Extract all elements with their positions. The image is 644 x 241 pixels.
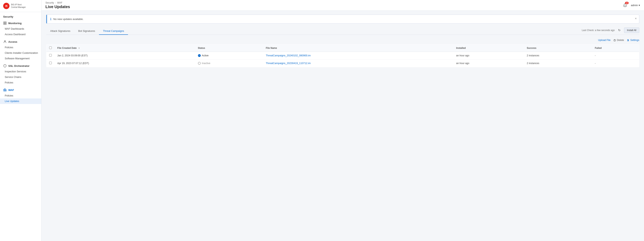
info-icon: ℹ (50, 17, 51, 21)
cell-success: 2 instances (524, 60, 592, 67)
access-label: Access (8, 40, 18, 43)
sidebar-section-security: Security (0, 12, 41, 19)
settings-button[interactable]: Settings (627, 38, 639, 42)
refresh-button[interactable]: ↻ (618, 28, 621, 33)
col-header-file-created-date[interactable]: File Created Date ▼ (54, 45, 195, 52)
svg-point-11 (628, 39, 628, 40)
notification-badge: 18 (625, 2, 628, 4)
install-all-button[interactable]: Install All (624, 28, 639, 33)
topbar-title-area: Security › WAF Live Updates (46, 2, 70, 9)
cell-file-name[interactable]: ThreatCampaigns_20240102_080900.im (263, 52, 453, 60)
svg-rect-3 (5, 23, 6, 25)
sidebar-group-ssl: SSL Orchestrator Inspection Services Ser… (0, 62, 41, 85)
trash-icon (614, 39, 616, 42)
svg-point-12 (628, 40, 628, 40)
logo-initials: f5 (5, 5, 8, 8)
toolbar: Upload File Delete Settings (46, 38, 639, 42)
sidebar-item-waf-dashboards[interactable]: WAF Dashboards (0, 26, 41, 32)
file-link[interactable]: ThreatCampaigns_20230419_110712.im (266, 62, 310, 65)
delete-button[interactable]: Delete (614, 38, 624, 42)
cell-failed: - (592, 52, 639, 60)
svg-rect-1 (5, 22, 6, 23)
select-all-header[interactable] (46, 45, 55, 52)
admin-menu-button[interactable]: admin ▾ (631, 4, 640, 7)
last-check-text: Last Check: a few seconds ago (582, 29, 615, 32)
banner-close-button[interactable]: × (635, 17, 637, 20)
tabs-actions: Last Check: a few seconds ago ↻ Install … (582, 28, 639, 35)
content-area: ℹ No new updates available. × Attack Sig… (42, 11, 644, 241)
topbar-right: 18 admin ▾ (622, 2, 640, 9)
sidebar-item-software-management[interactable]: Software Management (0, 56, 41, 61)
cell-installed: an hour ago (453, 52, 524, 60)
tabs-bar: Attack Signatures Bot Signatures Threat … (46, 28, 639, 35)
logo-subtitle: Central Manager (11, 6, 26, 9)
notifications-button[interactable]: 18 (622, 2, 628, 9)
cell-failed: - (592, 60, 639, 67)
svg-rect-6 (4, 89, 5, 91)
sidebar-item-inspection-services[interactable]: Inspection Services (0, 69, 41, 74)
info-banner: ℹ No new updates available. × (46, 15, 639, 24)
banner-message: No new updates available. (53, 18, 636, 21)
grid-icon (3, 21, 7, 25)
person-icon (3, 40, 7, 44)
breadcrumb-security: Security (46, 2, 54, 4)
col-header-success: Success (524, 45, 592, 52)
col-header-installed: Installed (453, 45, 524, 52)
sidebar: f5 BIG-IP Next Central Manager Security … (0, 0, 42, 241)
sidebar-item-service-chains[interactable]: Service Chains (0, 74, 41, 80)
delete-label: Delete (617, 39, 624, 42)
tab-bot-signatures[interactable]: Bot Signatures (74, 28, 99, 35)
sidebar-item-access-dashboard[interactable]: Access Dashboard (0, 32, 41, 37)
file-link[interactable]: ThreatCampaigns_20240102_080900.im (266, 54, 310, 57)
cell-file-name[interactable]: ThreatCampaigns_20230419_110712.im (263, 60, 453, 67)
logo-text-area: BIG-IP Next Central Manager (11, 3, 26, 9)
svg-rect-5 (4, 89, 4, 91)
sidebar-item-clients-installer[interactable]: Clients Installer Customization (0, 50, 41, 56)
row-checkbox[interactable] (49, 54, 52, 57)
breadcrumb-waf: WAF (57, 2, 62, 4)
waf-label: WAF (8, 89, 14, 92)
ssl-orchestrator-label: SSL Orchestrator (8, 65, 30, 67)
cell-status: Active (195, 52, 263, 60)
admin-label: admin (631, 4, 638, 7)
sidebar-item-live-updates[interactable]: Live Updates (0, 98, 41, 104)
table-header-row: File Created Date ▼ Status File Name Ins… (46, 45, 639, 52)
breadcrumb: Security › WAF (46, 2, 70, 4)
select-all-checkbox[interactable] (49, 47, 52, 49)
settings-label: Settings (630, 39, 639, 42)
chevron-down-icon: ▾ (639, 4, 640, 7)
settings-icon (627, 39, 630, 42)
page-title: Live Updates (46, 5, 70, 9)
svg-point-13 (628, 41, 628, 41)
sidebar-logo: f5 BIG-IP Next Central Manager (0, 0, 41, 12)
sidebar-group-header-waf: WAF (0, 86, 41, 93)
svg-rect-7 (6, 90, 6, 91)
logo-icon: f5 (3, 3, 10, 9)
col-header-failed: Failed (592, 45, 639, 52)
cell-success: 2 instances (524, 52, 592, 60)
logo-title: BIG-IP Next (11, 3, 26, 6)
tab-threat-campaigns[interactable]: Threat Campaigns (99, 28, 128, 35)
sidebar-group-header-access: Access (0, 38, 41, 45)
sidebar-group-header-ssl: SSL Orchestrator (0, 62, 41, 69)
cell-installed: an hour ago (453, 60, 524, 67)
sidebar-item-policies-ssl[interactable]: Policies (0, 80, 41, 85)
breadcrumb-separator: › (55, 2, 56, 4)
sidebar-item-policies-access[interactable]: Policies (0, 45, 41, 50)
sidebar-item-policies-waf[interactable]: Policies (0, 93, 41, 98)
data-table: File Created Date ▼ Status File Name Ins… (46, 44, 639, 67)
cell-status: Inactive (195, 60, 263, 67)
table-row: Apr 19, 2023 07:07:12 (EDT)InactiveThrea… (46, 60, 639, 67)
upload-file-button[interactable]: Upload File (598, 38, 610, 42)
col-header-status: Status (195, 45, 263, 52)
cell-date: Jan 2, 2024 03:09:00 (EST) (54, 52, 195, 60)
tab-attack-signatures[interactable]: Attack Signatures (46, 28, 74, 35)
col-header-file-name: File Name (263, 45, 453, 52)
sort-icon: ▼ (78, 47, 80, 49)
monitoring-label: Monitoring (8, 22, 22, 25)
sidebar-group-header-monitoring: Monitoring (0, 19, 41, 26)
row-checkbox[interactable] (49, 62, 52, 64)
svg-rect-2 (4, 23, 5, 25)
svg-rect-0 (4, 22, 5, 23)
table-row: Jan 2, 2024 03:09:00 (EST)ActiveThreatCa… (46, 52, 639, 60)
